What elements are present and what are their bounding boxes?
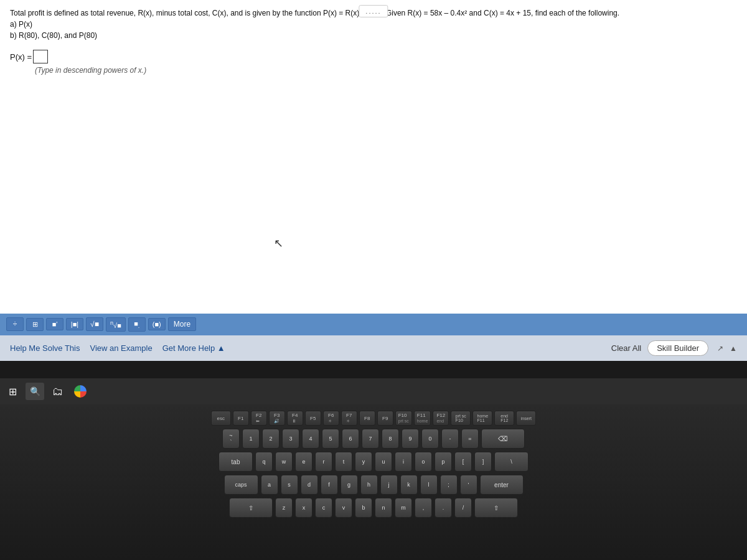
- more-button[interactable]: More: [168, 317, 196, 331]
- key-lshift[interactable]: ⇧: [229, 498, 273, 518]
- collapse-icon[interactable]: ▲: [730, 344, 737, 353]
- key-d[interactable]: d: [301, 475, 318, 495]
- clear-all-button[interactable]: Clear All: [611, 343, 641, 353]
- arrow-icon: ↗: [717, 344, 723, 353]
- key-f5[interactable]: F5: [305, 411, 321, 426]
- key-f12[interactable]: F12end: [433, 411, 449, 426]
- nth-root-btn[interactable]: n√■: [106, 317, 126, 332]
- view-example-button[interactable]: View an Example: [90, 343, 152, 353]
- key-j[interactable]: j: [380, 475, 398, 495]
- key-f3[interactable]: F3🔊: [269, 411, 285, 426]
- key-quote[interactable]: ': [460, 475, 477, 495]
- help-me-solve-button[interactable]: Help Me Solve This: [10, 343, 80, 353]
- key-q[interactable]: q: [255, 452, 273, 472]
- key-9[interactable]: 9: [402, 429, 419, 449]
- key-f[interactable]: f: [321, 475, 338, 495]
- key-minus[interactable]: -: [441, 429, 459, 449]
- key-z[interactable]: z: [275, 498, 293, 518]
- key-period[interactable]: .: [435, 498, 452, 518]
- key-0[interactable]: 0: [421, 429, 439, 449]
- key-y[interactable]: y: [355, 452, 372, 472]
- key-comma[interactable]: ,: [415, 498, 432, 518]
- key-f10[interactable]: F10prt sc: [395, 411, 412, 426]
- key-7[interactable]: 7: [362, 429, 379, 449]
- key-4[interactable]: 4: [302, 429, 319, 449]
- key-r[interactable]: r: [315, 452, 332, 472]
- key-e[interactable]: e: [295, 452, 312, 472]
- key-f11[interactable]: F11home: [414, 411, 431, 426]
- key-i[interactable]: i: [395, 452, 412, 472]
- subscript-btn[interactable]: ■.: [128, 317, 146, 332]
- fraction-btn[interactable]: ÷: [6, 317, 24, 331]
- fn-key-row: esc F1 F2⬅ F3🔊 F4⏸ F5 F6☀ F7☀ F8 F9 F10p…: [12, 411, 735, 426]
- key-u[interactable]: u: [375, 452, 392, 472]
- key-6[interactable]: 6: [342, 429, 359, 449]
- action-right: Clear All Skill Builder ↗ ▲: [611, 340, 737, 356]
- action-bar: Help Me Solve This View an Example Get M…: [0, 335, 747, 361]
- key-f8[interactable]: F8: [359, 411, 375, 426]
- windows-start-button[interactable]: ⊞: [5, 383, 21, 400]
- key-2[interactable]: 2: [262, 429, 280, 449]
- key-semicolon[interactable]: ;: [440, 475, 458, 495]
- key-f7[interactable]: F7☀: [341, 411, 357, 426]
- key-f4[interactable]: F4⏸: [287, 411, 303, 426]
- key-enter[interactable]: enter: [480, 475, 524, 495]
- superscript-btn[interactable]: ■': [46, 318, 63, 330]
- key-f9[interactable]: F9: [377, 411, 393, 426]
- key-slash[interactable]: /: [454, 498, 472, 518]
- px-label: P(x) =: [10, 52, 32, 62]
- answer-input-box[interactable]: [33, 50, 48, 63]
- key-a[interactable]: a: [261, 475, 278, 495]
- key-x[interactable]: x: [295, 498, 312, 518]
- key-f1[interactable]: F1: [233, 411, 249, 426]
- key-m[interactable]: m: [395, 498, 412, 518]
- taskbar-files-icon[interactable]: 🗂: [49, 383, 67, 400]
- key-prtsc[interactable]: prt scF10: [451, 411, 471, 426]
- matrix-btn[interactable]: ⊞: [26, 318, 44, 331]
- key-esc-label: esc: [217, 416, 224, 421]
- key-3[interactable]: 3: [282, 429, 299, 449]
- key-f6[interactable]: F6☀: [323, 411, 339, 426]
- key-8[interactable]: 8: [382, 429, 399, 449]
- absolute-btn[interactable]: |■|: [66, 318, 83, 330]
- key-backslash[interactable]: \: [494, 452, 529, 472]
- key-5[interactable]: 5: [322, 429, 339, 449]
- key-equals[interactable]: =: [461, 429, 479, 449]
- key-o[interactable]: o: [415, 452, 432, 472]
- key-lbracket[interactable]: [: [454, 452, 472, 472]
- key-g[interactable]: g: [341, 475, 358, 495]
- key-end[interactable]: endF12: [494, 411, 514, 426]
- key-t[interactable]: t: [335, 452, 352, 472]
- key-f2[interactable]: F2⬅: [251, 411, 267, 426]
- get-more-help-button[interactable]: Get More Help ▲: [162, 343, 225, 353]
- key-rbracket[interactable]: ]: [474, 452, 492, 472]
- key-s[interactable]: s: [281, 475, 298, 495]
- key-esc[interactable]: esc: [211, 411, 231, 426]
- key-h[interactable]: h: [360, 475, 378, 495]
- parens-btn[interactable]: (■): [148, 318, 166, 330]
- key-rshift[interactable]: ⇧: [474, 498, 518, 518]
- windows-taskbar: ⊞ 🔍 🗂: [0, 378, 747, 404]
- key-1[interactable]: 1: [242, 429, 260, 449]
- key-v[interactable]: v: [335, 498, 352, 518]
- key-p[interactable]: p: [435, 452, 452, 472]
- key-backtick[interactable]: ~`: [222, 429, 240, 449]
- key-backspace[interactable]: ⌫: [481, 429, 525, 449]
- key-w[interactable]: w: [275, 452, 293, 472]
- key-b[interactable]: b: [355, 498, 372, 518]
- key-tab[interactable]: tab: [218, 452, 253, 472]
- key-insert[interactable]: insert: [516, 411, 536, 426]
- key-k[interactable]: k: [400, 475, 418, 495]
- taskbar-browser-icon[interactable]: [72, 383, 89, 400]
- key-c[interactable]: c: [315, 498, 332, 518]
- skill-builder-button[interactable]: Skill Builder: [647, 340, 708, 356]
- answer-row: P(x) =: [10, 50, 737, 63]
- keyboard-area: esc F1 F2⬅ F3🔊 F4⏸ F5 F6☀ F7☀ F8 F9 F10p…: [0, 404, 747, 560]
- taskbar-search-button[interactable]: 🔍: [26, 383, 44, 400]
- key-home[interactable]: homeF11: [472, 411, 492, 426]
- key-n[interactable]: n: [375, 498, 392, 518]
- sqrt-btn[interactable]: √■: [86, 317, 103, 331]
- key-l[interactable]: l: [420, 475, 438, 495]
- dots-bar: .....: [359, 5, 388, 17]
- key-caps[interactable]: caps: [224, 475, 258, 495]
